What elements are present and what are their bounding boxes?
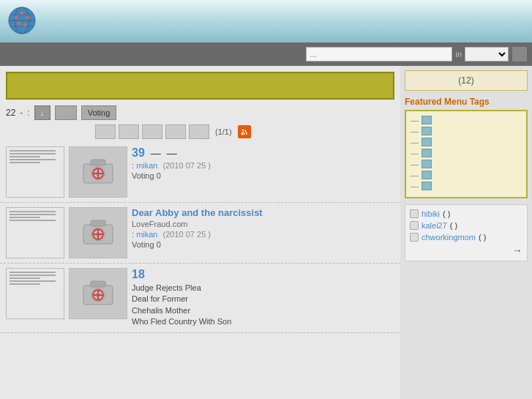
tag-dash-6: — [411,171,419,179]
user-3-paren: ( ) [479,233,486,242]
dash-sep: - [20,108,23,118]
user-1-avatar [410,209,419,218]
line [10,283,40,285]
svg-point-9 [18,22,20,25]
line [10,275,56,276]
user-row-2: kalei27 ( ) [410,221,522,230]
sidebar-featured-section: Featured Menu Tags — — — — [405,97,528,198]
tag-icon-1[interactable] [422,116,432,124]
rss-icon[interactable] [238,125,251,138]
tag-dash-5: — [411,160,419,168]
page-3[interactable] [142,124,162,139]
post-1-meta-prefix: : [132,161,134,170]
post-3-desc-4: Who Fled Country With Son [132,316,394,327]
voting-filter-button[interactable]: Voting [81,105,117,120]
search-input[interactable] [306,47,452,61]
post-3-desc-1: Judge Rejects Plea [132,283,394,294]
tag-icon-3[interactable] [422,138,432,146]
post-1-preview [7,147,64,197]
tag-row-4: — [411,149,522,157]
sort-extra [55,105,77,120]
go-button[interactable] [512,46,528,62]
tag-row-6: — [411,171,522,179]
toolbar: in [0,42,532,66]
post-1-thumb-small [6,146,64,198]
line [10,162,40,163]
post-2-thumb-camera [69,207,127,258]
post-1-author[interactable]: mikan [136,161,157,170]
svg-rect-28 [91,281,105,287]
tag-icon-7[interactable] [422,182,432,190]
user-2-paren: ( ) [450,221,457,230]
sidebar-users-box: hibiki ( ) kalei27 ( ) chworkingmom ( ) … [405,204,528,261]
line [10,153,56,154]
post-1-voting: Voting 0 [132,171,394,180]
colon-sep: : [27,108,29,118]
tag-dash-1: — [411,116,419,124]
user-row-1: hibiki ( ) [410,209,522,218]
user-2-avatar [410,221,419,230]
page-1[interactable] [95,124,116,139]
tag-row-3: — [411,138,522,146]
line [10,220,56,221]
tag-row-7: — [411,182,522,190]
page-2[interactable] [119,124,139,139]
tag-icon-5[interactable] [422,160,432,168]
user-row-3: chworkingmom ( ) [410,233,522,242]
tag-row-2: — [411,127,522,135]
post-item-3: 18 Judge Rejects Plea Deal for Former Ch… [0,264,400,333]
main-layout: 22 - : ↓ Voting (1/1) [0,66,532,399]
post-count: 22 [6,108,15,118]
post-1-dash2: — [167,147,177,159]
sidebar-more-arrow[interactable]: → [410,245,522,256]
tag-icon-6[interactable] [422,171,432,179]
user-1-name[interactable]: hibiki [422,209,440,218]
line [10,156,40,157]
user-1-paren: ( ) [443,209,450,218]
globe-icon [6,4,38,37]
search-scope-select[interactable] [465,47,509,61]
title-bar [6,72,394,100]
header [0,0,532,42]
post-3-desc-2: Deal for Former [132,294,394,305]
post-3-thumb-small [6,268,64,319]
post-2-thumb-small [6,207,64,258]
post-2-meta-prefix: : [132,230,134,239]
post-1-dash1: — [151,147,161,159]
post-3-preview [7,269,64,318]
line [10,150,56,152]
tag-icon-2[interactable] [422,127,432,135]
sort-button[interactable]: ↓ [34,105,50,120]
page-5[interactable] [189,124,209,139]
user-2-name[interactable]: kalei27 [422,221,447,230]
line [10,272,56,273]
tag-icon-4[interactable] [422,149,432,157]
tag-dash-2: — [411,127,419,135]
sidebar-count: (12) [458,75,473,86]
user-3-avatar [410,233,419,242]
post-2-title[interactable]: Dear Abby and the narcissist [132,207,394,218]
camera-icon [80,158,116,186]
sidebar: (12) Featured Menu Tags — — — — [400,66,532,399]
post-3-desc-3: Chehalis Mother [132,305,394,316]
post-3-thumb-camera [69,268,127,319]
svg-rect-20 [91,220,105,226]
svg-point-7 [26,16,29,19]
page-info: (1/1) [215,127,232,136]
post-2-preview [7,208,64,258]
post-item-1: 39 — — : mikan (2010 07 25 ) Voting 0 [0,142,400,203]
post-3-number: 18 [132,268,394,281]
content-area: 22 - : ↓ Voting (1/1) [0,66,400,399]
line [10,277,40,279]
post-1-date: (2010 07 25 ) [163,161,211,170]
post-2-author[interactable]: mikan [136,230,157,239]
tag-dash-7: — [411,182,419,190]
user-3-name[interactable]: chworkingmom [422,233,476,242]
post-item-2: Dear Abby and the narcissist LoveFraud.c… [0,203,400,264]
tag-row-5: — [411,160,522,168]
post-2-date: (2010 07 25 ) [163,230,211,239]
line [10,211,56,212]
post-3-desc: Judge Rejects Plea Deal for Former Cheha… [132,283,394,328]
post-3-content: 18 Judge Rejects Plea Deal for Former Ch… [132,268,394,328]
page-4[interactable] [165,124,186,139]
